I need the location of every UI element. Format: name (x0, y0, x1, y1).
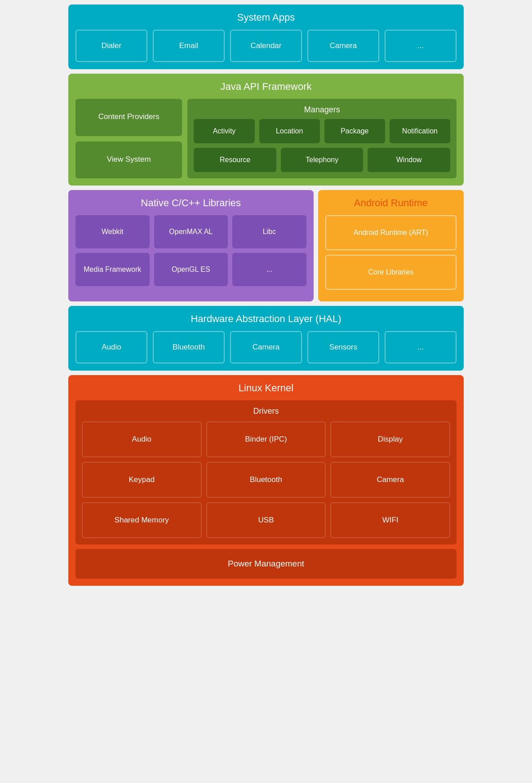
power-management: Power Management (75, 549, 457, 579)
native-grid: Webkit OpenMAX AL Libc Media Framework O… (75, 215, 306, 286)
drivers-row-3: Shared Memory USB WIFI (82, 502, 450, 538)
app-calendar: Calendar (230, 30, 302, 62)
native-runtime-row: Native C/C++ Libraries Webkit OpenMAX AL… (68, 190, 464, 301)
native-media: Media Framework (75, 253, 150, 286)
driver-display: Display (330, 421, 450, 457)
native-row-2: Media Framework OpenGL ES ... (75, 253, 306, 286)
hal-camera: Camera (230, 331, 302, 363)
native-openmax: OpenMAX AL (154, 215, 228, 248)
java-api-layer: Java API Framework Content Providers Vie… (68, 74, 464, 186)
hal-audio: Audio (75, 331, 147, 363)
linux-kernel-layer: Linux Kernel Drivers Audio Binder (IPC) … (68, 375, 464, 586)
system-apps-title: System Apps (75, 12, 457, 23)
native-webkit: Webkit (75, 215, 150, 248)
hal-more: ... (385, 331, 457, 363)
hal-bluetooth: Bluetooth (153, 331, 225, 363)
app-more: ... (385, 30, 457, 62)
android-runtime-title: Android Runtime (325, 197, 457, 209)
native-libs-title: Native C/C++ Libraries (75, 197, 306, 209)
managers-col: Managers Activity Location Package Notif… (187, 99, 457, 178)
core-libs-cell: Core Libraries (325, 255, 457, 290)
java-api-title: Java API Framework (75, 81, 457, 93)
native-opengl: OpenGL ES (154, 253, 228, 286)
manager-notification: Notification (390, 119, 450, 143)
app-camera: Camera (307, 30, 379, 62)
hal-layer: Hardware Abstraction Layer (HAL) Audio B… (68, 306, 464, 371)
managers-row-1: Activity Location Package Notification (194, 119, 450, 143)
driver-camera: Camera (330, 462, 450, 498)
drivers-grid: Audio Binder (IPC) Display Keypad Blueto… (82, 421, 450, 538)
hal-sensors: Sensors (307, 331, 379, 363)
driver-wifi: WIFI (330, 502, 450, 538)
app-email: Email (153, 30, 225, 62)
android-runtime-layer: Android Runtime Android Runtime (ART) Co… (318, 190, 464, 301)
driver-shared-memory: Shared Memory (82, 502, 202, 538)
driver-usb: USB (206, 502, 326, 538)
java-inner: Content Providers View System Managers A… (75, 99, 457, 178)
manager-telephony: Telephony (281, 148, 364, 172)
managers-grid: Activity Location Package Notification R… (194, 119, 450, 172)
hal-title: Hardware Abstraction Layer (HAL) (75, 313, 457, 325)
app-dialer: Dialer (75, 30, 147, 62)
content-providers-col: Content Providers View System (75, 99, 182, 178)
manager-activity: Activity (194, 119, 254, 143)
system-apps-layer: System Apps Dialer Email Calendar Camera… (68, 4, 464, 69)
manager-package: Package (324, 119, 385, 143)
hal-row: Audio Bluetooth Camera Sensors ... (75, 331, 457, 363)
driver-bluetooth: Bluetooth (206, 462, 326, 498)
linux-kernel-title: Linux Kernel (75, 382, 457, 394)
driver-keypad: Keypad (82, 462, 202, 498)
managers-row-2: Resource Telephony Window (194, 148, 450, 172)
drivers-row-2: Keypad Bluetooth Camera (82, 462, 450, 498)
native-row-1: Webkit OpenMAX AL Libc (75, 215, 306, 248)
drivers-title: Drivers (82, 407, 450, 416)
view-system-cell: View System (75, 142, 182, 179)
content-providers-cell: Content Providers (75, 99, 182, 136)
art-cell: Android Runtime (ART) (325, 215, 457, 250)
driver-audio: Audio (82, 421, 202, 457)
native-libc: Libc (232, 215, 306, 248)
manager-location: Location (259, 119, 320, 143)
native-more: ... (232, 253, 306, 286)
native-libs-layer: Native C/C++ Libraries Webkit OpenMAX AL… (68, 190, 314, 301)
manager-window: Window (368, 148, 450, 172)
managers-title: Managers (194, 105, 450, 115)
driver-binder: Binder (IPC) (206, 421, 326, 457)
drivers-row-1: Audio Binder (IPC) Display (82, 421, 450, 457)
drivers-box: Drivers Audio Binder (IPC) Display Keypa… (75, 400, 457, 544)
manager-resource: Resource (194, 148, 276, 172)
apps-row: Dialer Email Calendar Camera ... (75, 30, 457, 62)
